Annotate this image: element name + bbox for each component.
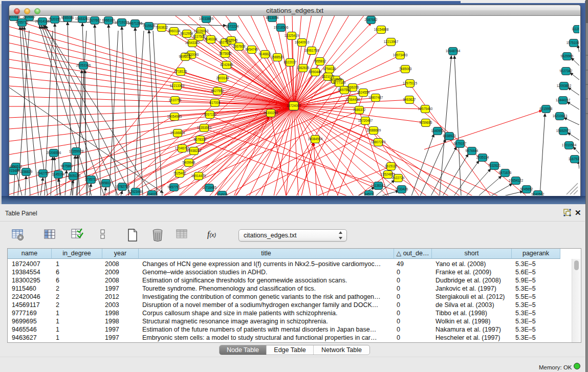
svg-text:2087682: 2087682 <box>365 18 378 21</box>
svg-text:15720407: 15720407 <box>358 119 373 122</box>
svg-text:12213369: 12213369 <box>170 84 185 87</box>
svg-text:7485063: 7485063 <box>399 67 412 71</box>
svg-text:14136141: 14136141 <box>371 184 386 187</box>
svg-text:2942757: 2942757 <box>37 171 50 175</box>
svg-text:9329966: 9329966 <box>561 54 574 58</box>
svg-text:10688609: 10688609 <box>366 128 381 132</box>
svg-text:4350512: 4350512 <box>10 165 23 168</box>
svg-text:7632621: 7632621 <box>488 164 501 167</box>
svg-text:26300295: 26300295 <box>264 111 278 115</box>
svg-text:8471676: 8471676 <box>499 171 512 174</box>
svg-text:1362615: 1362615 <box>297 66 310 70</box>
svg-text:12923448: 12923448 <box>128 190 143 193</box>
svg-text:3960114: 3960114 <box>168 29 181 33</box>
svg-text:9146821: 9146821 <box>259 52 272 56</box>
svg-text:6966160: 6966160 <box>102 18 115 22</box>
svg-text:9975867: 9975867 <box>61 164 74 168</box>
svg-text:16543382: 16543382 <box>185 41 200 45</box>
svg-text:2718126: 2718126 <box>175 70 187 73</box>
svg-text:12093852: 12093852 <box>557 84 572 87</box>
svg-text:7515526: 7515526 <box>143 24 156 28</box>
svg-text:19218506: 19218506 <box>274 26 289 29</box>
svg-text:16961758: 16961758 <box>304 49 319 52</box>
svg-text:16033809: 16033809 <box>199 17 214 20</box>
svg-text:23226053: 23226053 <box>194 29 209 33</box>
svg-text:3915481: 3915481 <box>9 169 20 172</box>
svg-text:924505: 924505 <box>216 193 228 195</box>
svg-text:1900518: 1900518 <box>9 16 20 18</box>
svg-text:8813054: 8813054 <box>266 16 279 19</box>
svg-text:16154808: 16154808 <box>374 28 389 31</box>
svg-text:21564436: 21564436 <box>345 98 360 101</box>
svg-text:6479197: 6479197 <box>454 142 467 145</box>
svg-text:7886372: 7886372 <box>353 108 366 112</box>
svg-text:12444157: 12444157 <box>556 98 571 102</box>
svg-text:2304557: 2304557 <box>23 16 36 18</box>
svg-text:1112045: 1112045 <box>572 27 579 31</box>
svg-text:10973493: 10973493 <box>393 53 408 57</box>
svg-text:9463627: 9463627 <box>403 98 416 101</box>
svg-text:16782759: 16782759 <box>115 185 130 188</box>
svg-text:17359928: 17359928 <box>69 149 84 153</box>
svg-text:8215958: 8215958 <box>540 107 553 111</box>
svg-text:6794028: 6794028 <box>323 67 336 71</box>
svg-text:16640910: 16640910 <box>295 40 310 44</box>
svg-text:10671355: 10671355 <box>128 21 143 25</box>
svg-text:8990448: 8990448 <box>309 70 322 74</box>
svg-text:19166825: 19166825 <box>170 131 185 135</box>
svg-text:13325419: 13325419 <box>285 34 299 37</box>
svg-text:18807243: 18807243 <box>371 140 386 144</box>
svg-text:9474444: 9474444 <box>466 149 478 152</box>
svg-text:104023: 104023 <box>146 192 158 195</box>
svg-text:7955812: 7955812 <box>314 59 326 63</box>
svg-text:5409948: 5409948 <box>183 161 195 164</box>
svg-text:2935114: 2935114 <box>476 156 489 159</box>
svg-text:1167533: 1167533 <box>569 157 579 161</box>
svg-text:16210643: 16210643 <box>553 114 568 118</box>
svg-text:8322037: 8322037 <box>284 60 297 64</box>
svg-text:9777169: 9777169 <box>333 81 346 84</box>
svg-text:1610755: 1610755 <box>169 98 182 102</box>
svg-text:1527602: 1527602 <box>89 18 101 22</box>
svg-text:16914479: 16914479 <box>191 174 206 178</box>
svg-text:10807487: 10807487 <box>368 96 383 99</box>
svg-text:20206556: 20206556 <box>47 151 61 155</box>
svg-text:94577: 94577 <box>364 192 374 195</box>
svg-text:617004: 617004 <box>209 101 221 104</box>
svg-text:10648784: 10648784 <box>446 49 461 53</box>
svg-text:10958117: 10958117 <box>99 181 113 185</box>
svg-text:10719155: 10719155 <box>115 20 129 24</box>
svg-text:1795722: 1795722 <box>85 178 98 181</box>
svg-text:14938222: 14938222 <box>187 149 202 152</box>
svg-text:26914106: 26914106 <box>35 19 50 23</box>
svg-text:9457791: 9457791 <box>168 185 181 189</box>
svg-text:1615112: 1615112 <box>385 164 398 168</box>
svg-text:7466266: 7466266 <box>346 85 359 89</box>
svg-text:8146328: 8146328 <box>205 37 217 41</box>
svg-text:19054985: 19054985 <box>167 115 182 118</box>
svg-text:8572224: 8572224 <box>226 25 239 28</box>
svg-text:5678312: 5678312 <box>194 138 207 141</box>
svg-text:5465546: 5465546 <box>225 38 238 42</box>
svg-text:9259695: 9259695 <box>420 121 432 124</box>
svg-text:15751004: 15751004 <box>567 41 579 45</box>
svg-text:7663822: 7663822 <box>156 26 168 29</box>
svg-text:2803144: 2803144 <box>216 76 229 80</box>
svg-text:4055712: 4055712 <box>16 20 29 24</box>
svg-text:8938923: 8938923 <box>443 134 456 138</box>
svg-text:8454749: 8454749 <box>246 48 258 51</box>
svg-text:3267110: 3267110 <box>204 113 216 116</box>
svg-text:26053346: 26053346 <box>76 63 91 67</box>
svg-text:3875685: 3875685 <box>219 52 232 55</box>
svg-text:8227509: 8227509 <box>193 35 206 38</box>
svg-text:8912954: 8912954 <box>181 32 193 35</box>
svg-text:9227342: 9227342 <box>560 69 573 73</box>
svg-text:9245652: 9245652 <box>520 187 533 191</box>
svg-text:3624554: 3624554 <box>357 91 370 94</box>
svg-text:7625402: 7625402 <box>173 171 186 175</box>
svg-text:9285086: 9285086 <box>61 16 74 19</box>
svg-text:2367608: 2367608 <box>233 45 246 48</box>
svg-text:15692971: 15692971 <box>556 129 571 133</box>
svg-text:12975115: 12975115 <box>403 81 417 85</box>
svg-text:1156829: 1156829 <box>20 170 33 173</box>
